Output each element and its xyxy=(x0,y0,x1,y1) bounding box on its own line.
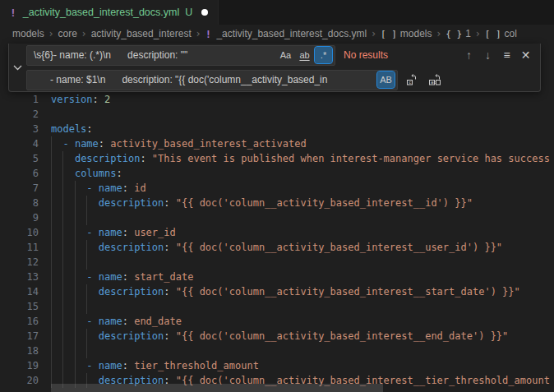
indent-guide xyxy=(62,151,63,166)
indent-guide xyxy=(51,166,52,181)
code-line[interactable]: 4 - name: activity_based_interest_activa… xyxy=(0,136,554,151)
line-content[interactable]: - name: id xyxy=(51,181,554,196)
token xyxy=(51,182,86,194)
code-line[interactable]: 16 - name: end_date xyxy=(0,314,554,329)
code-line[interactable]: 1version: 2 xyxy=(0,92,554,107)
replace-all-icon[interactable]: ac xyxy=(426,71,444,89)
breadcrumb-item-core[interactable]: core xyxy=(58,28,77,39)
token: - xyxy=(86,182,98,194)
code-line[interactable]: 11 description: "{{ doc('column__activit… xyxy=(0,240,554,255)
line-content[interactable]: - name: activity_based_interest_activate… xyxy=(51,136,554,151)
code-line[interactable]: 7 - name: id xyxy=(0,181,554,196)
token: models xyxy=(51,123,86,135)
line-content[interactable]: - name: tier_threshold_amount xyxy=(51,358,554,373)
replace-input[interactable]: - name: $1\n description: "{{ doc('colum… xyxy=(26,70,398,90)
token: : xyxy=(93,94,104,105)
code-line[interactable]: 9 xyxy=(0,210,554,225)
code-line[interactable]: 3models: xyxy=(0,122,554,136)
find-in-selection-icon[interactable]: ≡ xyxy=(497,46,516,64)
breadcrumb-item-models[interactable]: models xyxy=(12,28,44,39)
line-number: 17 xyxy=(0,329,39,344)
line-content[interactable]: description: "This event is published wh… xyxy=(51,151,554,166)
close-find-widget-icon[interactable]: ✕ xyxy=(516,46,535,64)
find-input[interactable]: \s{6}- name: (.*)\n description: "" Aa a… xyxy=(26,45,335,66)
token: name xyxy=(75,138,99,150)
token: description xyxy=(75,153,140,164)
line-content[interactable] xyxy=(51,255,554,270)
whole-word-button[interactable]: ab xyxy=(296,47,313,63)
code-line[interactable]: 15 xyxy=(0,299,554,314)
breadcrumb-label: 1 xyxy=(465,28,471,39)
token: : xyxy=(140,153,151,164)
indent-guide xyxy=(62,225,63,240)
line-content[interactable]: - name: end_date xyxy=(51,314,554,329)
breadcrumb-item-models[interactable]: [ ]models xyxy=(381,28,432,39)
line-content[interactable]: columns: xyxy=(51,166,554,181)
breadcrumb-item-_activity_based_interest_docs.yml[interactable]: !_activity_based_interest_docs.yml xyxy=(205,28,367,40)
code-line[interactable]: 2 xyxy=(0,107,554,122)
replace-input-value[interactable]: - name: $1\n description: "{{ doc('colum… xyxy=(34,74,376,85)
svg-text:ac: ac xyxy=(431,80,436,85)
indent-guide xyxy=(62,240,63,255)
indent-guide xyxy=(75,344,76,358)
line-content[interactable]: models: xyxy=(51,122,554,136)
tab-activity-based-interest-docs[interactable]: ! _activity_based_interest_docs.yml U xyxy=(0,0,219,25)
breadcrumb-item-activity_based_interest[interactable]: activity_based_interest xyxy=(91,28,192,39)
regex-button[interactable]: .* xyxy=(315,47,332,63)
token: id xyxy=(134,182,145,194)
preserve-case-button[interactable]: AB xyxy=(377,71,395,88)
tab-bar: ! _activity_based_interest_docs.yml U xyxy=(0,0,554,25)
indent-guide xyxy=(86,284,87,299)
editor-code-area[interactable]: 1version: 223models:4 - name: activity_b… xyxy=(0,92,554,388)
line-content[interactable] xyxy=(51,107,554,122)
code-line[interactable]: 13 - name: start_date xyxy=(0,270,554,284)
find-input-value[interactable]: \s{6}- name: (.*)\n description: "" xyxy=(34,49,275,61)
breadcrumb-item-col[interactable]: [ ]col xyxy=(485,28,517,39)
code-line[interactable]: 12 xyxy=(0,255,554,270)
indent-guide xyxy=(62,299,63,314)
indent-guide xyxy=(75,196,76,210)
line-content[interactable]: - name: start_date xyxy=(51,270,554,284)
line-content[interactable] xyxy=(51,210,554,225)
line-content[interactable]: description: "{{ doc('column__activity_b… xyxy=(51,240,554,255)
toggle-replace-chevron-icon[interactable] xyxy=(9,44,26,91)
code-line[interactable]: 6 columns: xyxy=(0,166,554,181)
replace-icon[interactable]: c xyxy=(403,71,421,89)
line-content[interactable] xyxy=(51,344,554,358)
line-number: 6 xyxy=(0,166,39,181)
line-content[interactable]: version: 2 xyxy=(51,92,554,107)
token xyxy=(51,227,86,238)
line-content[interactable]: - name: user_id xyxy=(51,225,554,240)
line-content[interactable] xyxy=(51,299,554,314)
line-content[interactable]: description: "{{ doc('column__activity_b… xyxy=(51,329,554,344)
breadcrumb-label: models xyxy=(12,28,44,39)
line-content[interactable]: description: "{{ doc('column__activity_b… xyxy=(51,284,554,299)
code-line[interactable]: 18 xyxy=(0,344,554,358)
indent-guide xyxy=(51,284,52,299)
code-line[interactable]: 14 description: "{{ doc('column__activit… xyxy=(0,284,554,299)
code-line[interactable]: 5 description: "This event is published … xyxy=(0,151,554,166)
code-line[interactable]: 8 description: "{{ doc('column__activity… xyxy=(0,196,554,210)
code-line[interactable]: 10 - name: user_id xyxy=(0,225,554,240)
token: description xyxy=(99,242,164,253)
next-match-arrow-icon[interactable]: ↓ xyxy=(478,46,497,64)
token: "{{ doc('column__activity_based_interest… xyxy=(176,286,520,297)
code-line[interactable]: 17 description: "{{ doc('column__activit… xyxy=(0,329,554,344)
code-line[interactable]: 19 - name: tier_threshold_amount xyxy=(0,358,554,373)
breadcrumb-item-1[interactable]: { }1 xyxy=(446,28,471,39)
token: : xyxy=(164,242,175,253)
git-untracked-badge: U xyxy=(185,7,192,18)
token: - xyxy=(86,227,98,238)
horizontal-scrollbar[interactable] xyxy=(51,384,383,392)
previous-match-arrow-icon[interactable]: ↑ xyxy=(459,46,478,64)
indent-guide xyxy=(51,181,52,196)
modified-dot-icon[interactable] xyxy=(201,9,208,16)
indent-guide xyxy=(62,284,63,299)
token: "{{ doc('column__activity_based_interest… xyxy=(176,242,502,253)
indent-guide xyxy=(51,225,52,240)
match-case-button[interactable]: Aa xyxy=(277,47,294,63)
token: : xyxy=(86,123,92,135)
token: description xyxy=(99,330,164,342)
line-content[interactable]: description: "{{ doc('column__activity_b… xyxy=(51,196,554,210)
token: name xyxy=(99,182,122,194)
